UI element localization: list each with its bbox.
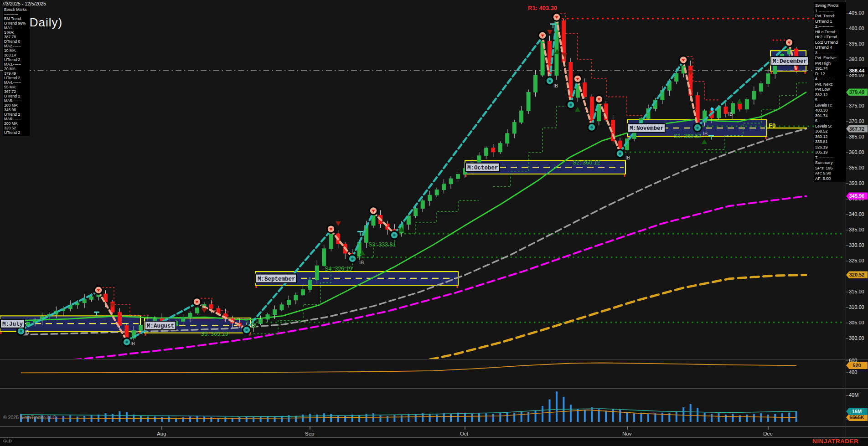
candle (139, 325, 143, 331)
main-price-panel: IBIBIBIBIBIBIBIBS1: 368.52S2: 360.12S3: … (0, 12, 846, 365)
month-box-label[interactable]: M:August (145, 321, 176, 330)
candle (329, 234, 333, 249)
chart-title: (Daily) (25, 15, 62, 30)
support-label: S1: 368.52 (674, 133, 702, 139)
candle (534, 75, 537, 92)
candle (322, 249, 326, 266)
price-axis-label: 350.00 (849, 180, 864, 186)
axis-badge: 367.72 (846, 125, 868, 133)
bench-marks-line: MA2.------ (4, 44, 30, 48)
bench-marks-line: 10 MA: (4, 48, 30, 53)
date-range-label: 7/3/2025 - 12/5/2025 (2, 1, 46, 6)
swing-pivots-line: AR: 9.90 (815, 171, 846, 176)
price-axis-label: 395.00 (849, 41, 864, 46)
candle (273, 310, 277, 315)
bench-marks-line: 320.52 (4, 126, 30, 130)
bench-marks-line: 55 MA: (4, 85, 30, 89)
candles-layer (19, 19, 798, 341)
swing-pivots-line: 368.52 (815, 129, 846, 134)
bench-marks-line: UTrend 2 (4, 112, 30, 117)
candle (435, 190, 439, 195)
candle (118, 312, 121, 325)
bench-marks-line: Bench Marks (4, 7, 30, 12)
ma-line (405, 275, 806, 365)
ib-label: IB (553, 83, 558, 88)
swing-pivots-line: 382.12 (815, 92, 846, 98)
swing-pivots-line: 326.19 (815, 145, 846, 150)
candle (724, 107, 728, 113)
support-label: S3: 333.81 (368, 241, 396, 248)
candle (280, 305, 284, 310)
swing-pivots-line: UTrend 4 (815, 45, 846, 51)
bench-marks-line: BM Trend: (4, 16, 30, 21)
candle (181, 318, 185, 322)
candle (456, 174, 460, 179)
price-axis-label: 305.00 (849, 320, 864, 325)
price-axis-label: 375.00 (849, 103, 864, 108)
month-box-label[interactable]: M:October (465, 163, 500, 172)
swing-pivots-line: 305.19 (815, 150, 846, 155)
svg-text:M:October: M:October (467, 165, 498, 171)
swing-pivots-line: 1.----------- (815, 9, 846, 14)
candle (442, 184, 446, 190)
bench-marks-line: 200 MA: (4, 121, 30, 126)
price-axis-label: 330.00 (849, 242, 864, 248)
price-axis-label: 370.00 (849, 118, 864, 124)
bench-marks-line: 20 MA: (4, 67, 30, 71)
time-axis[interactable]: AugSepOctNovDec (157, 426, 773, 436)
swing-pivots-line: Swing Pivots (815, 3, 846, 9)
price-axis-label: 355.00 (849, 165, 864, 170)
price-axis[interactable]: 405.00400.00395.00390.00385.00375.00370.… (846, 0, 868, 437)
candle (266, 315, 269, 319)
month-box-label[interactable]: M:December (771, 56, 808, 65)
candle (90, 297, 93, 299)
month-chips: M:JulyM:AugustM:SeptemberM:OctoberM:Nove… (0, 56, 808, 330)
price-axis-label: 360.00 (849, 149, 864, 155)
month-box-label[interactable]: M:July (0, 319, 25, 328)
bench-marks-line: MA6.------ (4, 117, 30, 121)
price-axis-label: 315.00 (849, 289, 864, 294)
month-box-label[interactable]: M:September (256, 274, 296, 283)
candle (414, 208, 418, 215)
ib-label: IB (703, 131, 708, 136)
candle (752, 91, 756, 99)
bench-marks-line: UTrend 96% (4, 21, 30, 26)
candle (484, 148, 488, 156)
bench-marks-line: 5 MA: (4, 30, 30, 35)
candle (527, 92, 530, 111)
swing-pivots-line: D: 12 (815, 72, 846, 77)
trail-step-lines (98, 13, 807, 334)
axis-badge: 320.52 (846, 271, 868, 278)
candle (449, 179, 453, 184)
candle (315, 266, 319, 280)
ninjatrader-chart-window: IBIBIBIBIBIBIBIBS1: 368.52S2: 360.12S3: … (0, 0, 868, 446)
swing-pivots-line: 5.----------- (815, 97, 846, 103)
svg-text:M:August: M:August (147, 323, 174, 329)
bench-marks-line: DTrend 0 (4, 39, 30, 44)
bench-marks-line: 345.96 (4, 108, 30, 112)
bench-marks-panel: Bench Marks-----------BM Trend:UTrend 96… (3, 6, 30, 136)
month-box-label[interactable]: M:November (628, 123, 665, 132)
bench-marks-line: UTrend 2 (4, 130, 30, 135)
price-axis-label: 325.00 (849, 258, 864, 263)
price-axis-label: 335.00 (849, 227, 864, 232)
candle (287, 300, 290, 305)
swing-pivots-line: 391.74 (815, 66, 846, 72)
price-chart-canvas[interactable]: IBIBIBIBIBIBIBIBS1: 368.52S2: 360.12S3: … (0, 0, 868, 446)
volume-bars (20, 391, 797, 422)
indicator-line (21, 363, 796, 373)
support-label: S5: 305.19 (201, 331, 228, 337)
candle (738, 103, 742, 109)
bench-marks-line: MA5.------ (4, 98, 30, 103)
swing-zigzag (21, 19, 796, 341)
price-axis-label: 365.00 (849, 134, 864, 139)
axis-badge: 520 (846, 362, 868, 369)
candle (477, 156, 481, 163)
bench-marks-line: MA1.------ (4, 26, 30, 30)
swing-pivots-line: Pvt. Evolve: (815, 56, 846, 61)
ninjatrader-logo: NINJATRADER (812, 438, 858, 445)
price-axis-label: 400.00 (849, 26, 864, 31)
swing-pivots-line: 4.----------- (815, 77, 846, 82)
bench-marks-line: 367.72 (4, 89, 30, 94)
symbol-tab[interactable]: GLD (3, 439, 12, 443)
